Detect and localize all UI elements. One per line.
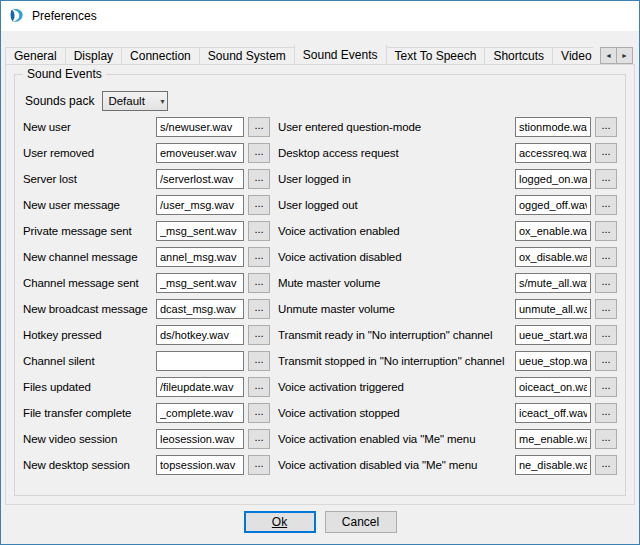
- browse-button[interactable]: ...: [248, 403, 270, 423]
- browse-button[interactable]: ...: [595, 247, 617, 267]
- sound-event-label: Transmit ready in "No interruption" chan…: [278, 329, 515, 341]
- sound-event-label: Voice activation enabled: [278, 225, 515, 237]
- tab-scroll-right-button[interactable]: ►: [616, 47, 633, 64]
- sound-event-row: Voice activation disabled via "Me" menu.…: [278, 455, 617, 475]
- browse-button[interactable]: ...: [248, 273, 270, 293]
- browse-button[interactable]: ...: [248, 247, 270, 267]
- browse-button[interactable]: ...: [248, 299, 270, 319]
- sound-event-row: File transfer complete...: [23, 403, 270, 423]
- sound-event-row: Transmit ready in "No interruption" chan…: [278, 325, 617, 345]
- browse-button[interactable]: ...: [595, 377, 617, 397]
- sound-event-row: Channel silent...: [23, 351, 270, 371]
- browse-button[interactable]: ...: [595, 351, 617, 371]
- sound-file-input[interactable]: [515, 455, 591, 475]
- tab-connection[interactable]: Connection: [121, 47, 200, 64]
- sound-events-column-left: New user...User removed...Server lost...…: [23, 117, 270, 475]
- browse-button[interactable]: ...: [248, 377, 270, 397]
- browse-button[interactable]: ...: [595, 195, 617, 215]
- sound-file-input[interactable]: [515, 143, 591, 163]
- sound-event-label: User logged out: [278, 199, 515, 211]
- browse-button[interactable]: ...: [248, 351, 270, 371]
- sound-event-row: Voice activation triggered...: [278, 377, 617, 397]
- sound-file-input[interactable]: [156, 299, 244, 319]
- sound-event-row: Channel message sent...: [23, 273, 270, 293]
- sound-event-row: User entered question-mode...: [278, 117, 617, 137]
- sound-file-input[interactable]: [156, 429, 244, 449]
- sound-file-input[interactable]: [156, 455, 244, 475]
- browse-button[interactable]: ...: [248, 429, 270, 449]
- browse-button[interactable]: ...: [595, 455, 617, 475]
- browse-button[interactable]: ...: [248, 169, 270, 189]
- tab-general[interactable]: General: [5, 47, 66, 64]
- sound-event-label: Voice activation disabled: [278, 251, 515, 263]
- sound-event-row: New desktop session...: [23, 455, 270, 475]
- tab-shortcuts[interactable]: Shortcuts: [484, 47, 553, 64]
- sound-file-input[interactable]: [515, 377, 591, 397]
- sound-file-input[interactable]: [515, 221, 591, 241]
- sound-event-row: New video session...: [23, 429, 270, 449]
- sound-event-label: User logged in: [278, 173, 515, 185]
- tab-scroll-left-button[interactable]: ◄: [600, 47, 617, 64]
- browse-button[interactable]: ...: [595, 117, 617, 137]
- sound-file-input[interactable]: [156, 221, 244, 241]
- browse-button[interactable]: ...: [248, 117, 270, 137]
- sound-event-label: Voice activation triggered: [278, 381, 515, 393]
- sound-event-row: Voice activation enabled...: [278, 221, 617, 241]
- browse-button[interactable]: ...: [248, 221, 270, 241]
- sound-file-input[interactable]: [515, 247, 591, 267]
- sound-file-input[interactable]: [156, 273, 244, 293]
- sound-file-input[interactable]: [515, 117, 591, 137]
- sound-file-input[interactable]: [156, 351, 244, 371]
- tab-display[interactable]: Display: [65, 47, 122, 64]
- sound-file-input[interactable]: [515, 351, 591, 371]
- sound-event-row: Voice activation disabled...: [278, 247, 617, 267]
- titlebar[interactable]: Preferences: [1, 1, 639, 31]
- sound-event-row: New user...: [23, 117, 270, 137]
- sound-file-input[interactable]: [156, 143, 244, 163]
- group-content: Sounds pack Default ▾ New user...User re…: [15, 75, 625, 475]
- sound-event-label: Voice activation disabled via "Me" menu: [278, 459, 515, 471]
- sounds-pack-label: Sounds pack: [25, 94, 94, 108]
- browse-button[interactable]: ...: [595, 273, 617, 293]
- browse-button[interactable]: ...: [248, 195, 270, 215]
- sound-file-input[interactable]: [156, 403, 244, 423]
- sound-file-input[interactable]: [156, 169, 244, 189]
- sound-file-input[interactable]: [156, 117, 244, 137]
- sound-file-input[interactable]: [515, 403, 591, 423]
- sounds-pack-dropdown[interactable]: Default ▾: [102, 91, 168, 111]
- browse-button[interactable]: ...: [595, 403, 617, 423]
- sound-event-row: Voice activation enabled via "Me" menu..…: [278, 429, 617, 449]
- browse-button[interactable]: ...: [248, 143, 270, 163]
- browse-button[interactable]: ...: [248, 325, 270, 345]
- sound-file-input[interactable]: [515, 325, 591, 345]
- sound-event-columns: New user...User removed...Server lost...…: [23, 117, 617, 475]
- tab-sound-system[interactable]: Sound System: [199, 47, 295, 64]
- tab-video[interactable]: Video: [552, 47, 593, 64]
- sound-file-input[interactable]: [515, 299, 591, 319]
- browse-button[interactable]: ...: [595, 169, 617, 189]
- browse-button[interactable]: ...: [595, 221, 617, 241]
- sound-event-label: Hotkey pressed: [23, 329, 156, 341]
- sound-event-row: Unmute master volume...: [278, 299, 617, 319]
- sound-events-column-right: User entered question-mode...Desktop acc…: [278, 117, 617, 475]
- sound-file-input[interactable]: [515, 195, 591, 215]
- browse-button[interactable]: ...: [595, 429, 617, 449]
- sound-file-input[interactable]: [156, 247, 244, 267]
- sound-file-input[interactable]: [156, 377, 244, 397]
- browse-button[interactable]: ...: [595, 325, 617, 345]
- sound-event-row: User logged in...: [278, 169, 617, 189]
- sound-file-input[interactable]: [156, 195, 244, 215]
- browse-button[interactable]: ...: [248, 455, 270, 475]
- sound-file-input[interactable]: [515, 429, 591, 449]
- sound-file-input[interactable]: [515, 169, 591, 189]
- sound-event-row: Desktop access request...: [278, 143, 617, 163]
- sound-file-input[interactable]: [156, 325, 244, 345]
- cancel-button[interactable]: Cancel: [325, 511, 397, 533]
- sound-file-input[interactable]: [515, 273, 591, 293]
- sound-event-label: Files updated: [23, 381, 156, 393]
- browse-button[interactable]: ...: [595, 299, 617, 319]
- ok-button[interactable]: Ok: [244, 511, 316, 533]
- tab-text-to-speech[interactable]: Text To Speech: [386, 47, 486, 64]
- tab-sound-events[interactable]: Sound Events: [294, 45, 387, 64]
- browse-button[interactable]: ...: [595, 143, 617, 163]
